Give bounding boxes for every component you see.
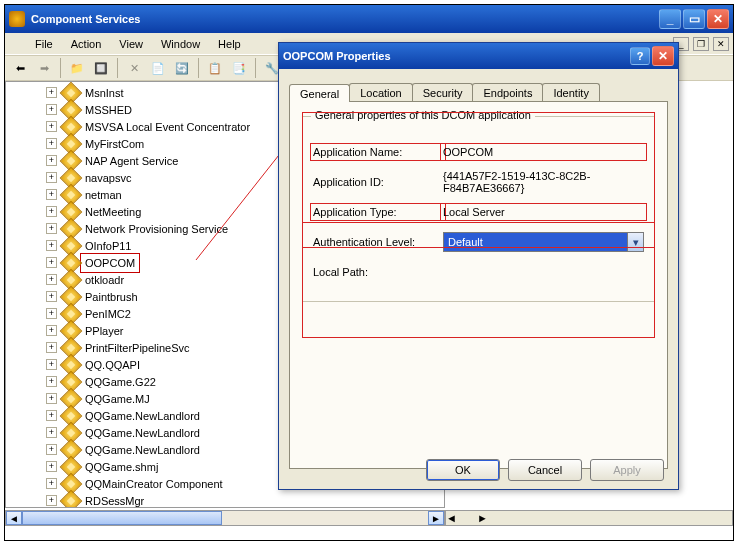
tree-item-label: QQGame.NewLandlord — [83, 426, 202, 440]
mdi-close-button[interactable]: ✕ — [713, 37, 729, 51]
tree-item-label: QQGame.NewLandlord — [83, 443, 202, 457]
mdi-restore-button[interactable]: ❐ — [693, 37, 709, 51]
tree-item-label: PenIMC2 — [83, 307, 133, 321]
tree-item-label: otkloadr — [83, 273, 126, 287]
tree-item-label: MyFirstCom — [83, 137, 146, 151]
tree-item-label: OInfoP11 — [83, 239, 133, 253]
help-button[interactable]: ? — [630, 47, 650, 65]
menu-help[interactable]: Help — [210, 36, 249, 52]
expand-icon[interactable]: + — [46, 410, 57, 421]
expand-icon[interactable]: + — [46, 342, 57, 353]
expand-icon[interactable]: + — [46, 155, 57, 166]
maximize-button[interactable]: ▭ — [683, 9, 705, 29]
expand-icon[interactable]: + — [46, 393, 57, 404]
dialog-button-row: OK Cancel Apply — [426, 459, 664, 481]
titlebar[interactable]: Component Services _ ▭ ✕ — [5, 5, 733, 33]
menu-file[interactable]: File — [27, 36, 61, 52]
tree-item-label: MSVSA Local Event Concentrator — [83, 120, 252, 134]
tree-item[interactable]: +RDSessMgr — [46, 492, 444, 508]
menu-window[interactable]: Window — [153, 36, 208, 52]
expand-icon[interactable]: + — [46, 121, 57, 132]
tree-item-label: PPlayer — [83, 324, 126, 338]
tree-item-label: RDSessMgr — [83, 494, 146, 508]
expand-icon[interactable]: + — [46, 223, 57, 234]
tree-item-label: QQMainCreator Component — [83, 477, 225, 491]
properties-button[interactable]: 📄 — [147, 57, 169, 79]
tree-item-label: MsnInst — [83, 86, 126, 100]
expand-icon[interactable]: + — [46, 274, 57, 285]
expand-icon[interactable]: + — [46, 240, 57, 251]
tree-item-label: OOPCOM — [83, 256, 137, 270]
tree-item-label: QQ.QQAPI — [83, 358, 142, 372]
scroll-right-icon[interactable]: ► — [428, 511, 444, 525]
window-title: Component Services — [31, 13, 659, 25]
app-icon — [9, 11, 25, 27]
hscrollbar-left[interactable]: ◄ ► — [5, 510, 445, 526]
mmc-icon — [9, 36, 25, 52]
tree-item-label: MSSHED — [83, 103, 134, 117]
dialog-title: OOPCOM Properties — [283, 50, 630, 62]
dialog-close-button[interactable]: ✕ — [652, 46, 674, 66]
expand-icon[interactable]: + — [46, 376, 57, 387]
tree-item-label: netman — [83, 188, 124, 202]
tree-item-label: NAP Agent Service — [83, 154, 180, 168]
expand-icon[interactable]: + — [46, 495, 57, 506]
tab-panel-general: General properties of this DCOM applicat… — [289, 101, 668, 469]
expand-icon[interactable]: + — [46, 172, 57, 183]
ok-button[interactable]: OK — [426, 459, 500, 481]
expand-icon[interactable]: + — [46, 478, 57, 489]
expand-icon[interactable]: + — [46, 427, 57, 438]
expand-icon[interactable]: + — [46, 87, 57, 98]
tree-item-label: PrintFilterPipelineSvc — [83, 341, 192, 355]
export-button[interactable]: 📋 — [204, 57, 226, 79]
tree-item-label: navapsvc — [83, 171, 133, 185]
tab-endpoints[interactable]: Endpoints — [472, 83, 543, 101]
expand-icon[interactable]: + — [46, 189, 57, 200]
tab-identity[interactable]: Identity — [542, 83, 599, 101]
delete-button[interactable]: ✕ — [123, 57, 145, 79]
tree-item-label: Network Provisioning Service — [83, 222, 230, 236]
expand-icon[interactable]: + — [46, 461, 57, 472]
tree-item-label: NetMeeting — [83, 205, 143, 219]
menu-action[interactable]: Action — [63, 36, 110, 52]
tree-item-label: QQGame.G22 — [83, 375, 158, 389]
tabstrip: General Location Security Endpoints Iden… — [289, 79, 668, 101]
new-button[interactable]: 📑 — [228, 57, 250, 79]
show-tree-button[interactable]: 🔲 — [90, 57, 112, 79]
component-icon — [60, 489, 83, 508]
forward-button[interactable]: ➡ — [33, 57, 55, 79]
expand-icon[interactable]: + — [46, 359, 57, 370]
scroll-left-icon[interactable]: ◄ — [6, 511, 22, 525]
tree-item-label: QQGame.NewLandlord — [83, 409, 202, 423]
hscrollbar-right[interactable]: ◄ ► — [445, 510, 733, 526]
tab-location[interactable]: Location — [349, 83, 413, 101]
tab-general[interactable]: General — [289, 84, 350, 102]
tree-item-label: Paintbrush — [83, 290, 140, 304]
expand-icon[interactable]: + — [46, 325, 57, 336]
scroll-thumb[interactable] — [22, 511, 222, 525]
menu-view[interactable]: View — [111, 36, 151, 52]
expand-icon[interactable]: + — [46, 257, 57, 268]
close-button[interactable]: ✕ — [707, 9, 729, 29]
expand-icon[interactable]: + — [46, 104, 57, 115]
tree-item-label: QQGame.shmj — [83, 460, 160, 474]
properties-dialog: OOPCOM Properties ? ✕ General Location S… — [278, 42, 679, 490]
scroll-left-icon[interactable]: ◄ — [446, 512, 457, 524]
annotation-box — [302, 112, 655, 338]
up-button[interactable]: 📁 — [66, 57, 88, 79]
dialog-titlebar[interactable]: OOPCOM Properties ? ✕ — [279, 43, 678, 69]
minimize-button[interactable]: _ — [659, 9, 681, 29]
scroll-right-icon[interactable]: ► — [477, 512, 488, 524]
back-button[interactable]: ⬅ — [9, 57, 31, 79]
expand-icon[interactable]: + — [46, 308, 57, 319]
tab-security[interactable]: Security — [412, 83, 474, 101]
apply-button[interactable]: Apply — [590, 459, 664, 481]
expand-icon[interactable]: + — [46, 206, 57, 217]
expand-icon[interactable]: + — [46, 291, 57, 302]
refresh-button[interactable]: 🔄 — [171, 57, 193, 79]
tree-item-label: QQGame.MJ — [83, 392, 152, 406]
expand-icon[interactable]: + — [46, 138, 57, 149]
cancel-button[interactable]: Cancel — [508, 459, 582, 481]
dialog-body: General Location Security Endpoints Iden… — [289, 79, 668, 449]
expand-icon[interactable]: + — [46, 444, 57, 455]
